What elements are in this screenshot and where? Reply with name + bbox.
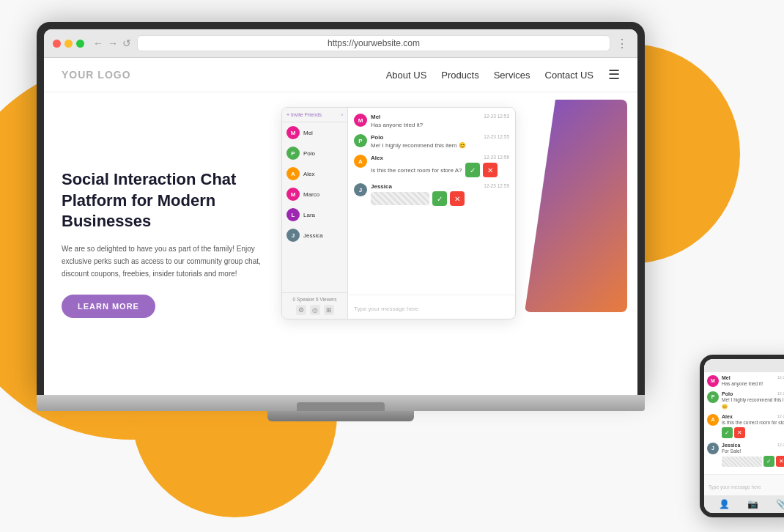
phone-msg-name-mel: Mel <box>722 375 731 380</box>
chat-user-marco[interactable]: M Marco <box>282 184 347 204</box>
phone-msg-header-polo: Polo 12-23 12:55 <box>722 391 784 396</box>
avatar-lara: L <box>286 208 300 221</box>
website-nav-links: About US Products Services Contact US ☰ <box>386 67 620 83</box>
phone-avatar-jessica: J <box>707 443 719 454</box>
msg-name-alex: Alex <box>371 155 383 161</box>
username-jessica: Jessica <box>303 232 323 239</box>
browser-menu-icon[interactable]: ⋮ <box>616 37 629 51</box>
phone-msg-time-mel: 12-23 12:53 <box>777 375 784 380</box>
chat-icon-2[interactable]: ◎ <box>310 305 320 315</box>
nav-services[interactable]: Services <box>494 70 530 81</box>
msg-header-jessica: Jessica 12-23 12:59 <box>371 183 509 190</box>
avatar-mel: M <box>286 126 300 139</box>
phone-msg-content-alex: Alex 12-23 12:56 Is this the correct roo… <box>722 414 784 438</box>
chat-icon-1[interactable]: ⚙ <box>296 305 306 315</box>
chat-icons-row: ⚙ ◎ ⊞ <box>286 305 344 315</box>
chat-message-jessica: J Jessica 12-23 12:59 <box>354 183 509 206</box>
forward-arrow-icon[interactable]: → <box>108 37 118 49</box>
website-right: + Invite Friends › M Mel <box>281 107 620 380</box>
chat-user-polo[interactable]: P Polo <box>282 143 347 163</box>
learn-more-button[interactable]: LEARN MORE <box>62 295 155 318</box>
chat-user-lara[interactable]: L Lara <box>282 204 347 225</box>
chat-user-mel[interactable]: M Mel <box>282 122 347 143</box>
x-button-jessica[interactable]: ✕ <box>450 191 465 206</box>
hero-description: We are so delighted to have you as part … <box>62 243 267 280</box>
x-button-alex[interactable]: ✕ <box>483 163 498 177</box>
phone-msg-text-alex: Is this the correct room for store A? <box>722 419 784 426</box>
laptop-base <box>37 395 645 411</box>
username-mel: Mel <box>303 130 313 136</box>
laptop: ← → ↺ https://yourwebsite.com ⋮ YOUR LOG… <box>37 22 645 421</box>
msg-actions-alex: Is this the correct room for store A? ✓ … <box>371 163 509 177</box>
phone-x-alex[interactable]: ✕ <box>734 427 745 438</box>
chat-input-area[interactable]: Type your message here <box>348 295 515 319</box>
avatar-polo: P <box>286 147 300 160</box>
phone-status-bar: ⋮ <box>704 359 784 372</box>
phone-input-placeholder: Type your message here <box>709 484 761 489</box>
msg-avatar-mel: M <box>354 114 367 127</box>
phone-camera-icon[interactable]: 📷 <box>747 499 758 509</box>
phone-avatar-alex: A <box>707 414 719 426</box>
browser-chrome: ← → ↺ https://yourwebsite.com ⋮ <box>44 29 637 58</box>
phone-attach-icon[interactable]: 📎 <box>776 499 784 509</box>
phone-bottom-bar: 👤 📷 📎 <box>704 495 784 513</box>
dot-green[interactable] <box>76 40 84 48</box>
msg-text-alex: Is this the correct room for store A? <box>371 167 462 174</box>
msg-avatar-polo: P <box>354 134 367 147</box>
msg-avatar-jessica: J <box>354 183 367 196</box>
username-polo: Polo <box>303 150 315 157</box>
chat-message-polo: P Polo 12-23 12:55 Me! I highly recomme <box>354 134 509 149</box>
phone-messages: M Mel 12-23 12:53 Has anyone tried it! P <box>704 372 784 474</box>
phone-check-alex[interactable]: ✓ <box>722 427 733 438</box>
phone-msg-name-polo: Polo <box>722 391 733 396</box>
dot-red[interactable] <box>53 40 61 48</box>
username-alex: Alex <box>303 171 315 177</box>
phone-msg-text-polo: Me! I highly recommend this item 😊 <box>722 396 784 410</box>
chat-message-mel: M Mel 12-23 12:53 Has anyone tried it? <box>354 114 509 128</box>
chat-icon-3[interactable]: ⊞ <box>324 305 334 315</box>
msg-header-mel: Mel 12-23 12:53 <box>371 114 509 120</box>
chat-user-jessica[interactable]: J Jessica <box>282 225 347 245</box>
website-content: YOUR LOGO About US Products Services Con… <box>44 58 637 395</box>
nav-products[interactable]: Products <box>441 70 478 81</box>
laptop-stand <box>267 411 414 421</box>
hamburger-menu-icon[interactable]: ☰ <box>608 67 620 83</box>
phone-msg-actions-alex: ✓ ✕ <box>722 427 784 438</box>
chat-main: M Mel 12-23 12:53 Has anyone tried it? <box>348 108 515 319</box>
msg-content-alex: Alex 12-23 12:56 Is this the correct roo… <box>371 155 509 177</box>
phone-msg-header-jessica: Jessica 12-23 12:56 <box>722 443 784 448</box>
phone-msg-alex: A Alex 12-23 12:56 Is this the correct r… <box>707 414 784 438</box>
chevron-icon: › <box>341 112 343 117</box>
phone-msg-actions-jessica: ✓ ✕ <box>722 456 784 467</box>
phone-striped-jessica <box>722 457 762 467</box>
url-bar[interactable]: https://yourwebsite.com <box>137 35 610 51</box>
chat-user-alex[interactable]: A Alex <box>282 163 347 184</box>
reload-icon[interactable]: ↺ <box>122 37 131 49</box>
msg-name-jessica: Jessica <box>371 183 392 190</box>
phone-msg-content-polo: Polo 12-23 12:55 Me! I highly recommend … <box>722 391 784 410</box>
phone-check-jessica[interactable]: ✓ <box>763 456 774 467</box>
phone-person-icon[interactable]: 👤 <box>719 499 730 509</box>
check-button-jessica[interactable]: ✓ <box>432 191 447 206</box>
phone-msg-time-jessica: 12-23 12:56 <box>777 443 784 448</box>
phone-msg-name-jessica: Jessica <box>722 443 740 448</box>
website-hero-left: Social Interaction Chat Platform for Mod… <box>62 107 267 380</box>
back-arrow-icon[interactable]: ← <box>93 37 103 49</box>
msg-text-polo: Me! I highly recommend this item 😊 <box>371 142 509 149</box>
nav-about[interactable]: About US <box>386 70 427 81</box>
chat-bg-shape <box>525 100 627 312</box>
msg-name-mel: Mel <box>371 114 380 120</box>
phone-msg-text-jessica: For Sale! <box>722 448 784 454</box>
phone-x-jessica[interactable]: ✕ <box>776 456 784 467</box>
check-button-alex[interactable]: ✓ <box>465 163 480 177</box>
phone: ⋮ M Mel 12-23 12:53 Has anyone tried it! <box>700 355 784 517</box>
nav-contact[interactable]: Contact US <box>545 70 593 81</box>
dot-yellow[interactable] <box>64 40 73 48</box>
msg-actions-jessica: ✓ ✕ <box>371 191 509 206</box>
chat-input-placeholder: Type your message here <box>354 306 418 312</box>
msg-content-jessica: Jessica 12-23 12:59 ✓ ✕ <box>371 183 509 206</box>
msg-content-polo: Polo 12-23 12:55 Me! I highly recommend … <box>371 134 509 149</box>
page-container: ← → ↺ https://yourwebsite.com ⋮ YOUR LOG… <box>0 0 784 532</box>
invite-friends-label[interactable]: + Invite Friends <box>286 112 322 117</box>
phone-input-area[interactable]: Type your message here <box>704 474 784 495</box>
